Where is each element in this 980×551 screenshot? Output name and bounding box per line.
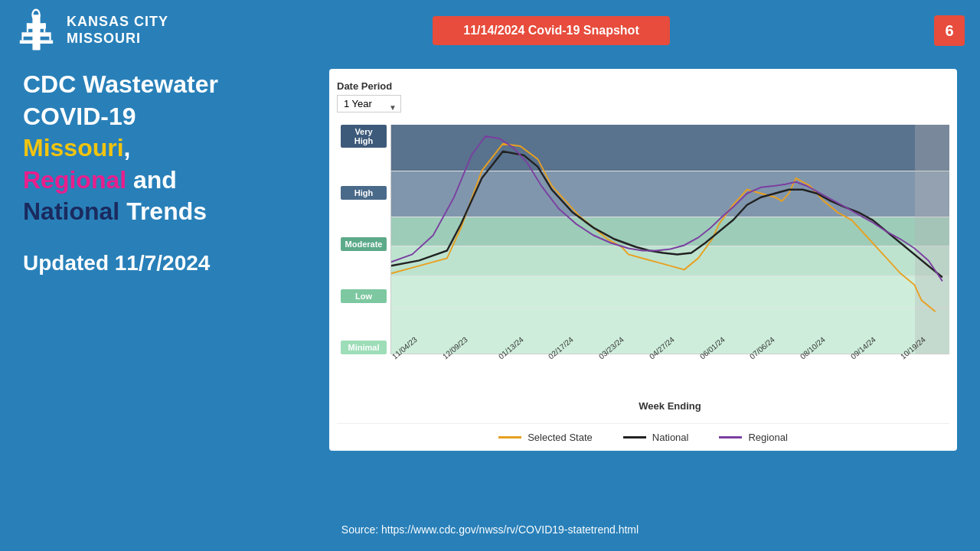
- y-label-low: Low: [341, 289, 387, 303]
- chart-container: Date Period 1 Year 6 Months 3 Months Ver…: [329, 69, 957, 451]
- legend-regional-line: [719, 436, 742, 439]
- source-text: Source: https://www.cdc.gov/nwss/rv/COVI…: [341, 523, 639, 536]
- header: KANSAS CITY MISSOURI 11/14/2024 Covid-19…: [0, 0, 980, 61]
- title-cdc: CDC Wastewater: [23, 70, 218, 98]
- left-panel: CDC Wastewater COVID-19 Missouri, Region…: [23, 69, 314, 451]
- y-axis-labels: Very High High Moderate Low Minimal: [337, 125, 390, 354]
- select-wrapper[interactable]: 1 Year 6 Months 3 Months: [337, 95, 401, 119]
- legend-national: National: [623, 432, 689, 443]
- svg-rect-1: [27, 23, 46, 28]
- legend-regional: Regional: [719, 432, 787, 443]
- y-label-moderate: Moderate: [341, 237, 387, 251]
- title-national: National: [23, 197, 119, 225]
- page-number: 6: [934, 15, 965, 46]
- logo-area: KANSAS CITY MISSOURI: [15, 8, 168, 54]
- title-and: and: [126, 166, 177, 194]
- date-period-select[interactable]: 1 Year 6 Months 3 Months: [337, 95, 401, 112]
- chart-area: Very High High Moderate Low Minimal: [337, 125, 949, 354]
- national-line: [391, 152, 942, 277]
- logo-text: KANSAS CITY MISSOURI: [67, 14, 168, 47]
- title-missouri: Missouri: [23, 134, 124, 161]
- regional-line: [391, 136, 942, 281]
- y-label-minimal: Minimal: [341, 341, 387, 354]
- y-label-very-high: Very High: [341, 125, 387, 148]
- date-period-label: Date Period: [337, 80, 949, 92]
- main-content: CDC Wastewater COVID-19 Missouri, Region…: [0, 61, 980, 458]
- chart-svg: [391, 125, 949, 354]
- selected-state-line: [391, 144, 936, 311]
- title-covid: COVID-19: [23, 103, 136, 130]
- legend-state: Selected State: [498, 432, 593, 443]
- title-trends: Trends: [119, 197, 207, 225]
- page-title: CDC Wastewater COVID-19 Missouri, Region…: [23, 69, 314, 228]
- y-label-high: High: [341, 186, 387, 200]
- legend-state-line: [498, 436, 521, 439]
- chart-legend: Selected State National Regional: [337, 423, 949, 443]
- chart-plot: [390, 125, 949, 354]
- legend-national-line: [623, 436, 646, 439]
- svg-rect-3: [20, 40, 53, 44]
- svg-rect-2: [23, 32, 51, 37]
- legend-regional-label: Regional: [748, 432, 787, 443]
- legend-state-label: Selected State: [528, 432, 593, 443]
- legend-national-label: National: [652, 432, 689, 443]
- footer: Source: https://www.cdc.gov/nwss/rv/COVI…: [0, 523, 980, 536]
- kc-logo-icon: [15, 8, 57, 54]
- updated-label: Updated 11/7/2024: [23, 251, 314, 276]
- title-comma: ,: [124, 134, 131, 161]
- title-regional: Regional: [23, 166, 126, 194]
- x-axis-container: 11/04/23 12/09/23 01/13/24 02/17/24 03/2…: [390, 354, 949, 396]
- x-axis-title: Week Ending: [390, 400, 949, 412]
- header-title: 11/14/2024 Covid-19 Snapshot: [433, 16, 669, 45]
